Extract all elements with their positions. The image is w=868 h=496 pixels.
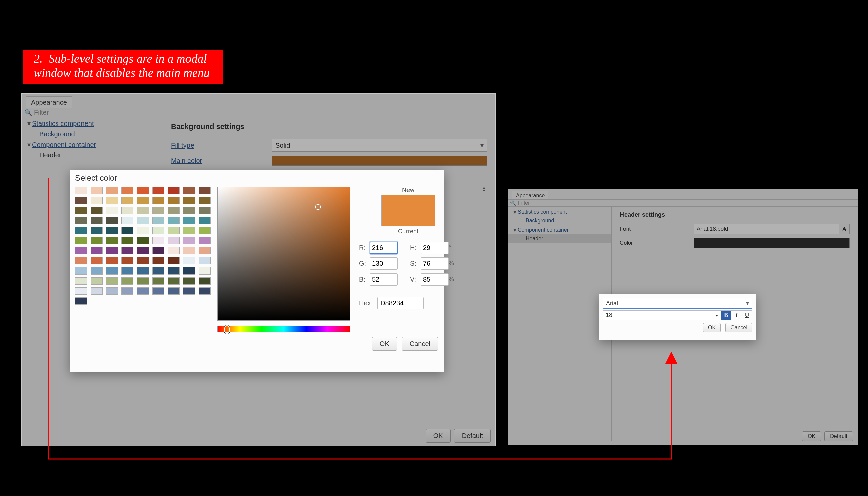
color-swatch[interactable] xyxy=(106,187,118,194)
dropdown-font-size[interactable]: 18 ▾ xyxy=(603,310,721,320)
color-swatch[interactable] xyxy=(106,197,118,204)
color-swatch[interactable] xyxy=(75,277,87,284)
color-swatch[interactable] xyxy=(122,187,133,194)
color-swatch[interactable] xyxy=(183,277,195,284)
color-swatch[interactable] xyxy=(106,237,118,244)
color-swatch[interactable] xyxy=(106,207,118,214)
color-swatch[interactable] xyxy=(152,277,164,284)
color-swatch[interactable] xyxy=(91,237,103,244)
color-swatch[interactable] xyxy=(198,227,211,234)
hue-slider[interactable] xyxy=(217,326,350,332)
color-swatch[interactable] xyxy=(198,207,211,214)
color-swatch[interactable] xyxy=(183,187,195,194)
color-swatch[interactable] xyxy=(137,227,149,234)
color-swatch[interactable] xyxy=(122,197,133,204)
dropdown-font-family[interactable]: Arial xyxy=(603,298,752,309)
color-swatch[interactable] xyxy=(91,247,103,254)
color-swatch[interactable] xyxy=(198,197,211,204)
hue-cursor[interactable] xyxy=(224,325,230,334)
color-swatch[interactable] xyxy=(122,237,133,244)
color-swatch[interactable] xyxy=(168,257,180,264)
input-h[interactable] xyxy=(421,242,449,254)
dropdown-fill-type[interactable]: Solid xyxy=(272,139,487,152)
color-swatch[interactable] xyxy=(152,267,164,275)
color-swatch[interactable] xyxy=(122,277,133,284)
color-swatch[interactable] xyxy=(75,297,87,305)
tree-background[interactable]: Background xyxy=(22,129,163,139)
bold-toggle[interactable]: B xyxy=(721,310,732,320)
color-swatch[interactable] xyxy=(106,227,118,234)
color-swatch[interactable] xyxy=(122,287,133,295)
color-swatch[interactable] xyxy=(168,247,180,254)
color-swatch[interactable] xyxy=(91,267,103,275)
color-swatch[interactable] xyxy=(198,237,211,244)
color-preview-header[interactable] xyxy=(694,238,850,248)
color-swatch[interactable] xyxy=(122,247,133,254)
sv-cursor[interactable] xyxy=(315,204,321,210)
tree-component-container[interactable]: Component container xyxy=(508,225,611,234)
underline-toggle[interactable]: U xyxy=(742,310,752,320)
tab-appearance[interactable]: Appearance xyxy=(26,96,72,108)
ok-button[interactable]: OK xyxy=(425,429,451,443)
color-swatch[interactable] xyxy=(106,287,118,295)
tree-header[interactable]: Header xyxy=(508,234,611,243)
color-swatch[interactable] xyxy=(152,207,164,214)
color-swatch[interactable] xyxy=(198,187,211,194)
color-swatch[interactable] xyxy=(137,257,149,264)
color-swatch[interactable] xyxy=(75,207,87,214)
input-s[interactable] xyxy=(421,258,449,270)
tree-statistics-component[interactable]: Statistics component xyxy=(22,118,163,129)
cancel-button[interactable]: Cancel xyxy=(402,337,438,351)
font-value[interactable]: Arial,18,bold xyxy=(694,224,839,234)
color-swatch[interactable] xyxy=(122,227,133,234)
color-swatch[interactable] xyxy=(75,217,87,224)
italic-toggle[interactable]: I xyxy=(732,310,742,320)
color-swatch[interactable] xyxy=(122,217,133,224)
font-edit-button[interactable]: A xyxy=(839,224,850,234)
color-swatch[interactable] xyxy=(168,287,180,295)
color-swatch[interactable] xyxy=(152,227,164,234)
color-swatch[interactable] xyxy=(106,257,118,264)
color-swatch[interactable] xyxy=(183,197,195,204)
color-swatch[interactable] xyxy=(75,227,87,234)
tree-header[interactable]: Header xyxy=(22,150,163,160)
color-swatch[interactable] xyxy=(183,257,195,264)
color-swatch[interactable] xyxy=(168,267,180,275)
color-swatch[interactable] xyxy=(75,237,87,244)
color-swatch[interactable] xyxy=(122,267,133,275)
color-swatch[interactable] xyxy=(183,207,195,214)
color-swatch[interactable] xyxy=(183,227,195,234)
tree-component-container[interactable]: Component container xyxy=(22,139,163,150)
color-swatch[interactable] xyxy=(106,267,118,275)
color-swatch[interactable] xyxy=(198,277,211,284)
input-v[interactable] xyxy=(421,273,449,285)
label-main-color[interactable]: Main color xyxy=(171,157,272,165)
ok-button[interactable]: OK xyxy=(372,337,397,351)
label-fill-type[interactable]: Fill type xyxy=(171,142,272,149)
color-swatch[interactable] xyxy=(137,247,149,254)
color-swatch[interactable] xyxy=(152,287,164,295)
color-swatch[interactable] xyxy=(168,187,180,194)
color-swatch[interactable] xyxy=(137,287,149,295)
color-swatch[interactable] xyxy=(137,267,149,275)
color-swatch[interactable] xyxy=(168,207,180,214)
color-swatch[interactable] xyxy=(91,257,103,264)
color-swatch[interactable] xyxy=(183,247,195,254)
color-swatch[interactable] xyxy=(198,217,211,224)
color-swatch[interactable] xyxy=(152,217,164,224)
color-swatch[interactable] xyxy=(75,257,87,264)
tab-appearance[interactable]: Appearance xyxy=(512,191,548,199)
color-swatch[interactable] xyxy=(106,217,118,224)
color-swatch[interactable] xyxy=(152,187,164,194)
color-swatch[interactable] xyxy=(152,257,164,264)
stepper-down-icon[interactable]: ▾ xyxy=(483,188,485,193)
color-swatch[interactable] xyxy=(168,277,180,284)
cancel-button[interactable]: Cancel xyxy=(725,323,752,332)
color-swatch[interactable] xyxy=(198,247,211,254)
color-swatch[interactable] xyxy=(137,277,149,284)
color-swatch[interactable] xyxy=(183,237,195,244)
tree-background[interactable]: Background xyxy=(508,216,611,225)
color-swatch[interactable] xyxy=(91,287,103,295)
tree-statistics-component[interactable]: Statistics component xyxy=(508,207,611,216)
color-swatch[interactable] xyxy=(168,237,180,244)
